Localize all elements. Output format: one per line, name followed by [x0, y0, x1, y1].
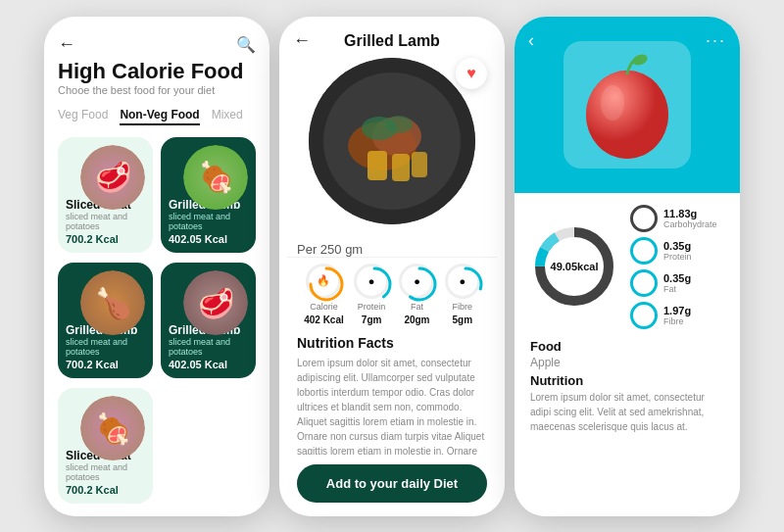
nutrient-protein: ● Protein 7gm: [354, 264, 389, 325]
food-desc-1: sliced meat and potatoes: [66, 212, 145, 231]
carb-text: 11.83g Carbohydrate: [663, 208, 717, 229]
tab-bar: Veg Food Non-Veg Food Mixed: [58, 106, 256, 125]
svg-rect-6: [412, 152, 427, 177]
food-kcal-5: 700.2 Kcal: [66, 484, 145, 496]
fat-circle-s3: [630, 269, 658, 297]
page-subtitle: Chooe the best food for your diet: [58, 84, 256, 96]
fat-text: 0.35g Fat: [663, 272, 691, 294]
svg-rect-4: [368, 151, 387, 180]
search-button[interactable]: 🔍: [236, 35, 256, 54]
food-card-5[interactable]: 🍖 Sliced meat sliced meat and potatoes 7…: [58, 388, 153, 504]
fat-value: 20gm: [404, 314, 429, 325]
food-name-s3: Apple: [530, 356, 724, 369]
chart-row: 49.05kcal 11.83g Carbohydrate: [530, 205, 724, 329]
svg-point-10: [359, 268, 390, 300]
nutrient-fibre: ● Fibre 5gm: [445, 264, 480, 325]
svg-point-12: [450, 268, 481, 300]
donut-center: 49.05kcal: [551, 261, 599, 272]
add-to-diet-button[interactable]: Add to your daily Diet: [297, 464, 487, 503]
food-card-3[interactable]: 🍗 Grilled Lamb sliced meat and potatoes …: [58, 263, 153, 378]
legend-protein: 0.35g Protein: [630, 237, 717, 265]
nutrient-fat: ● Fat 20gm: [399, 264, 434, 325]
svg-point-14: [586, 71, 668, 159]
nutrition-section: Nutrition Lorem ipsum dolor sit amet, co…: [530, 373, 724, 434]
food-section-title: Food: [530, 339, 724, 354]
screen3-food-image: [564, 41, 691, 169]
calorie-circle: 🔥: [306, 264, 341, 299]
food-desc-2: sliced meat and potatoes: [169, 212, 248, 231]
nutrition-section-title: Nutrition: [530, 373, 724, 388]
tab-nonveg[interactable]: Non-Veg Food: [120, 106, 199, 125]
heart-icon: ♥: [466, 65, 476, 82]
screen-1: ← 🔍 High Calorie Food Chooe the best foo…: [44, 17, 270, 516]
nutrition-text-s3: Lorem ipsum dolor sit amet, consectetur …: [530, 390, 724, 434]
food-image-2: 🍖: [183, 145, 248, 210]
more-options-button[interactable]: ···: [706, 30, 726, 51]
carb-circle: [630, 205, 658, 232]
food-card-2[interactable]: 🍖 Grilled Lamb sliced meat and potatoes …: [161, 137, 256, 253]
svg-point-16: [631, 52, 649, 67]
tab-veg[interactable]: Veg Food: [58, 106, 108, 125]
per-label: Per 250 gm: [297, 242, 363, 257]
legend-fat: 0.35g Fat: [630, 269, 717, 297]
protein-val-s3: 0.35g: [663, 240, 692, 252]
legend-fibre: 1.97g Fibre: [630, 302, 717, 329]
food-desc-4: sliced meat and potatoes: [169, 337, 248, 357]
food-kcal-3: 700.2 Kcal: [66, 359, 145, 370]
food-grid: 🥩 Sliced meat sliced meat and potatoes 7…: [58, 137, 256, 507]
screens-container: ← 🔍 High Calorie Food Chooe the best foo…: [0, 0, 784, 532]
nutrients-row: 🔥 Calorie 402 Kcal ● Protein 7gm: [287, 257, 497, 335]
page-title: High Calorie Food: [58, 59, 256, 84]
carb-name: Carbohydrate: [663, 219, 717, 229]
back-button[interactable]: ←: [58, 34, 75, 55]
food-desc-5: sliced meat and potatoes: [66, 462, 145, 482]
screen2-food-image: [309, 58, 475, 224]
svg-point-11: [404, 268, 435, 300]
food-card-4[interactable]: 🥩 Grilled Lamb sliced meat and potatoes …: [161, 263, 256, 378]
food-kcal-2: 402.05 Kcal: [169, 233, 248, 245]
screen-2: ← Grilled Lamb: [279, 17, 505, 516]
svg-point-15: [601, 85, 624, 121]
donut-chart: 49.05kcal: [530, 222, 618, 311]
food-image-5: 🍖: [80, 396, 145, 460]
food-image-1: 🥩: [80, 145, 145, 210]
protein-text: 0.35g Protein: [663, 240, 692, 262]
protein-circle-s3: [630, 237, 658, 265]
nutrition-text: Lorem ipsum dolor sit amet, consectetur …: [279, 356, 505, 455]
fibre-name-s3: Fibre: [663, 316, 691, 326]
protein-circle: ●: [354, 264, 389, 299]
donut-kcal: 49.05kcal: [551, 261, 599, 272]
screen3-bottom: 49.05kcal 11.83g Carbohydrate: [514, 193, 740, 516]
screen2-header: ← Grilled Lamb: [279, 17, 505, 58]
food-kcal-4: 402.05 Kcal: [169, 359, 248, 370]
fibre-text: 1.97g Fibre: [663, 305, 691, 326]
tab-mixed[interactable]: Mixed: [212, 106, 243, 125]
svg-rect-5: [392, 154, 410, 181]
screen3-top: ‹ ···: [514, 17, 740, 193]
protein-value: 7gm: [362, 314, 382, 325]
food-section: Food Apple: [530, 339, 724, 369]
fibre-val-s3: 1.97g: [663, 305, 691, 316]
svg-point-9: [311, 268, 342, 300]
screen2-title: Grilled Lamb: [344, 32, 440, 50]
screen-3: ‹ ···: [514, 17, 740, 516]
screen3-back-button[interactable]: ‹: [528, 30, 534, 51]
favorite-button[interactable]: ♥: [456, 58, 487, 89]
fat-name-s3: Fat: [663, 284, 691, 294]
carb-val: 11.83g: [663, 208, 717, 219]
chart-legend: 11.83g Carbohydrate 0.35g Protein: [630, 205, 717, 329]
protein-name-s3: Protein: [663, 252, 692, 262]
fat-circle: ●: [399, 264, 434, 299]
screen2-back-button[interactable]: ←: [293, 30, 311, 51]
calorie-value: 402 Kcal: [304, 314, 344, 325]
fibre-value: 5gm: [453, 314, 473, 325]
food-image-3: 🍗: [80, 270, 145, 335]
food-image-4: 🥩: [183, 270, 248, 335]
food-card-1[interactable]: 🥩 Sliced meat sliced meat and potatoes 7…: [58, 137, 153, 253]
nutrient-calorie: 🔥 Calorie 402 Kcal: [304, 264, 344, 325]
fibre-circle: ●: [445, 264, 480, 299]
nutrition-title: Nutrition Facts: [279, 335, 505, 356]
svg-point-8: [385, 116, 413, 133]
fat-val-s3: 0.35g: [663, 272, 691, 284]
legend-carb: 11.83g Carbohydrate: [630, 205, 717, 232]
